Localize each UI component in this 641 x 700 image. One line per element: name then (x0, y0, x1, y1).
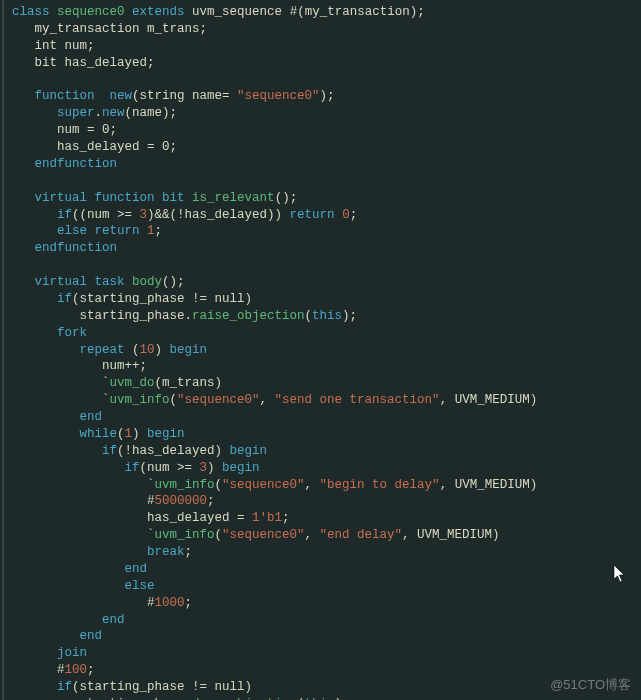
code-line: my_transaction m_trans; (12, 22, 207, 36)
keyword-class: class (12, 5, 50, 19)
code-line: has_delayed = 0; (12, 140, 177, 154)
code-line: num = 0; (12, 123, 117, 137)
code-editor: class sequence0 extends uvm_sequence #(m… (2, 0, 641, 700)
code-line: bit has_delayed; (12, 56, 155, 70)
keyword-extends: extends (132, 5, 185, 19)
base-class: uvm_sequence (192, 5, 282, 19)
code-line: int num; (12, 39, 95, 53)
keyword-endfunction: endfunction (35, 157, 118, 171)
watermark-text: @51CTO博客 (550, 676, 631, 694)
class-name: sequence0 (57, 5, 125, 19)
